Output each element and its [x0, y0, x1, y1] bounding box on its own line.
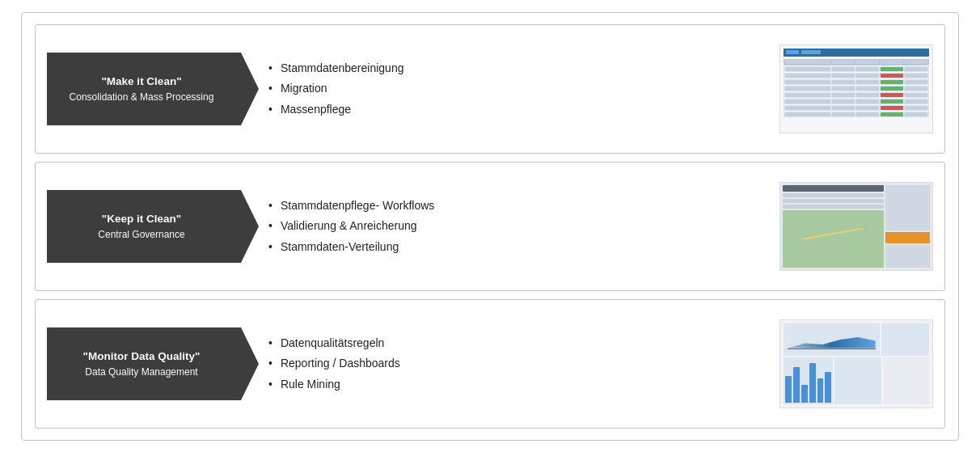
- bullet-item: Massenpflege: [268, 102, 760, 116]
- screenshot-1: [779, 44, 933, 133]
- arrow-subtitle-2: Central Governance: [98, 229, 184, 240]
- bullet-list-3: Datenqualitätsregeln Reporting / Dashboa…: [260, 336, 760, 391]
- bullet-item: Stammdatenpflege- Workflows: [268, 198, 760, 213]
- bullet-list-1: Stammdatenbereinigung Migration Massenpf…: [260, 61, 760, 116]
- arrow-subtitle-3: Data Quality Management: [85, 366, 197, 378]
- arrow-title-2: "Keep it Clean": [102, 212, 181, 226]
- arrow-title-3: "Monitor Data Quality": [83, 349, 201, 364]
- screenshot-2: [779, 182, 933, 271]
- screenshot-2-inner: [780, 183, 932, 270]
- section-row-3: "Monitor Data Quality" Data Quality Mana…: [35, 299, 945, 429]
- section-row-1: "Make it Clean" Consolidation & Mass Pro…: [35, 24, 945, 154]
- arrow-subtitle-1: Consolidation & Mass Processing: [70, 91, 214, 103]
- section-row-2: "Keep it Clean" Central Governance Stamm…: [35, 162, 945, 291]
- bullet-item: Stammdaten-Verteilung: [268, 239, 760, 254]
- bullet-item: Reporting / Dashboards: [268, 356, 760, 370]
- arrow-title-1: "Make it Clean": [101, 74, 181, 89]
- arrow-label-1: "Make it Clean" Consolidation & Mass Pro…: [47, 53, 241, 125]
- screenshot-3-inner: [780, 320, 932, 408]
- bullet-item: Stammdatenbereinigung: [268, 61, 760, 75]
- arrow-label-3: "Monitor Data Quality" Data Quality Mana…: [47, 327, 241, 400]
- bullet-item: Validierung & Anreicherung: [268, 218, 760, 233]
- main-container: "Make it Clean" Consolidation & Mass Pro…: [21, 12, 959, 441]
- bullet-item: Migration: [268, 81, 760, 95]
- screenshot-3: [779, 319, 933, 408]
- bullet-list-2: Stammdatenpflege- Workflows Validierung …: [260, 198, 760, 254]
- arrow-label-2: "Keep it Clean" Central Governance: [47, 190, 241, 263]
- bullet-item: Rule Mining: [268, 377, 760, 391]
- screenshot-1-inner: [780, 45, 932, 133]
- bullet-item: Datenqualitätsregeln: [268, 336, 760, 350]
